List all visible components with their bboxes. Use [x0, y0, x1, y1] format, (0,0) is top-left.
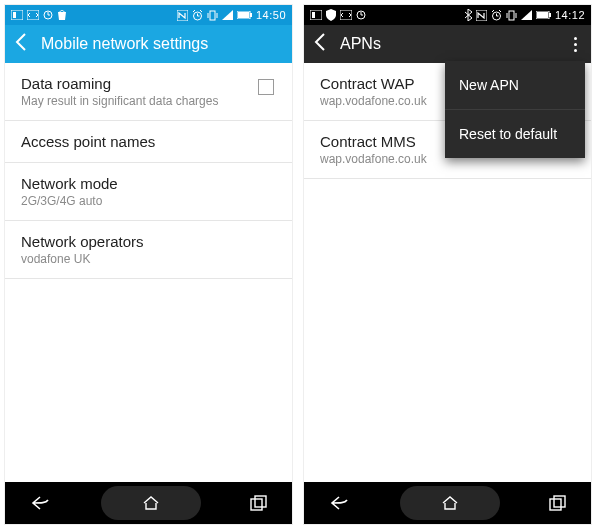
data-roaming-checkbox[interactable]: [258, 79, 274, 95]
battery-icon: [237, 11, 252, 19]
signal-icon: [521, 10, 532, 20]
nav-home-button[interactable]: [400, 486, 500, 520]
row-subtitle: 2G/3G/4G auto: [21, 194, 276, 208]
svg-rect-13: [312, 12, 315, 18]
vibrate-icon: [207, 10, 218, 21]
nav-back-button[interactable]: [329, 495, 351, 511]
app-bar: Mobile network settings: [5, 25, 292, 63]
signal-icon: [222, 10, 233, 20]
svg-rect-12: [310, 10, 322, 20]
status-time: 14:12: [555, 9, 585, 21]
svg-rect-22: [550, 499, 561, 510]
page-title: APNs: [340, 35, 381, 53]
sync-icon: [356, 10, 366, 20]
nfc-icon: [476, 10, 487, 21]
status-bar: 14:12: [304, 5, 591, 25]
dev-icon: [27, 10, 39, 20]
battery-icon: [536, 11, 551, 19]
nav-recent-button[interactable]: [250, 495, 268, 511]
svg-rect-6: [210, 11, 215, 20]
row-subtitle: May result in significant data charges: [21, 94, 276, 108]
vibrate-icon: [506, 10, 517, 21]
shield-icon: [326, 9, 336, 21]
sync-icon: [43, 10, 53, 20]
nav-recent-button[interactable]: [549, 495, 567, 511]
bluetooth-icon: [464, 9, 472, 21]
battery-saver-icon: [11, 10, 23, 20]
svg-rect-23: [554, 496, 565, 507]
row-title: Access point names: [21, 133, 276, 150]
shopping-icon: [57, 9, 67, 21]
alarm-icon: [192, 10, 203, 21]
status-bar: 14:50: [5, 5, 292, 25]
back-button[interactable]: [15, 33, 27, 55]
svg-rect-2: [27, 10, 39, 20]
overflow-dropdown: New APN Reset to default: [445, 61, 585, 158]
svg-rect-0: [11, 10, 23, 20]
status-time: 14:50: [256, 9, 286, 21]
row-subtitle: vodafone UK: [21, 252, 276, 266]
row-title: Data roaming: [21, 75, 276, 92]
nav-bar: [304, 482, 591, 524]
svg-rect-20: [549, 13, 551, 17]
svg-rect-21: [537, 12, 548, 18]
row-network-operators[interactable]: Network operators vodafone UK: [5, 221, 292, 279]
alarm-icon: [491, 10, 502, 21]
nav-home-button[interactable]: [101, 486, 201, 520]
nav-back-button[interactable]: [30, 495, 52, 511]
row-title: Network operators: [21, 233, 276, 250]
svg-rect-10: [251, 499, 262, 510]
row-data-roaming[interactable]: Data roaming May result in significant d…: [5, 63, 292, 121]
page-title: Mobile network settings: [41, 35, 208, 53]
phone-left: 14:50 Mobile network settings Data roami…: [4, 4, 293, 525]
svg-rect-8: [250, 13, 252, 17]
svg-rect-18: [509, 11, 514, 20]
svg-rect-9: [238, 12, 249, 18]
svg-rect-14: [340, 10, 352, 20]
svg-rect-1: [13, 12, 16, 18]
battery-saver-icon: [310, 10, 322, 20]
row-title: Network mode: [21, 175, 276, 192]
row-network-mode[interactable]: Network mode 2G/3G/4G auto: [5, 163, 292, 221]
back-button[interactable]: [314, 33, 326, 55]
phone-right: 14:12 APNs Contract WAP wap.vodafone.co.…: [303, 4, 592, 525]
nav-bar: [5, 482, 292, 524]
row-apn[interactable]: Access point names: [5, 121, 292, 163]
settings-list: Data roaming May result in significant d…: [5, 63, 292, 279]
svg-rect-11: [255, 496, 266, 507]
dev-icon: [340, 10, 352, 20]
menu-reset-default[interactable]: Reset to default: [445, 110, 585, 158]
app-bar: APNs: [304, 25, 591, 63]
nfc-icon: [177, 10, 188, 21]
overflow-menu-button[interactable]: [570, 33, 581, 56]
menu-new-apn[interactable]: New APN: [445, 61, 585, 109]
